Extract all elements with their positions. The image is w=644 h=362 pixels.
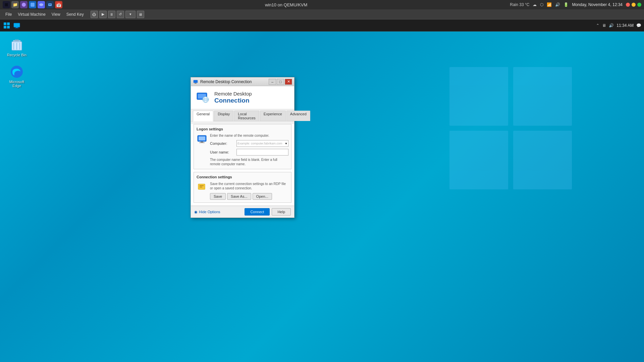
tab-experience[interactable]: Experience [260,111,286,121]
menu-view[interactable]: View [49,11,63,17]
desktop: ⊞ 📁 📅 win10 on QEMU/KVM [0,0,644,362]
qemu-toolbar: File Virtual Machine View Send Key ⏻ ▶ ⏸… [0,9,644,19]
svg-rect-32 [199,142,205,143]
qemu-power-icon[interactable]: ⏻ [91,11,98,18]
svg-rect-15 [15,40,19,41]
dialog-content: Logon settings Enter the name of the rem… [191,124,294,206]
qemu-dropdown-btn[interactable]: ▾ [125,11,136,18]
qemu-play-btn[interactable]: ▶ [99,11,107,18]
traffic-lights[interactable] [626,3,641,7]
edge-label: Microsoft Edge [5,80,29,88]
hide-options-btn[interactable]: ◉ Hide Options [194,210,220,214]
computer-placeholder: Example: computer.fabrikam.com [237,142,282,145]
help-button[interactable]: Help [272,208,291,216]
connection-settings-title: Connection settings [197,175,288,179]
menu-virtual-machine[interactable]: Virtual Machine [15,11,48,17]
connection-buttons: Save Save As... Open... [210,193,288,200]
start-button[interactable] [3,21,11,29]
svg-rect-20 [194,80,198,83]
save-as-button[interactable]: Save As... [227,193,251,200]
computer-select[interactable]: Example: computer.fabrikam.com ▼ [236,140,288,147]
app2-icon[interactable] [29,1,36,8]
traffic-light-red[interactable] [626,3,630,7]
dialog-header-line2: Connection [214,97,252,105]
svg-rect-5 [49,5,51,5]
computer-label: Computer: [210,141,235,145]
svg-rect-34 [200,185,204,186]
computer-field-row: Computer: Example: computer.fabrikam.com… [210,140,288,147]
app4-icon[interactable] [46,1,54,8]
app3-icon[interactable] [38,1,45,8]
taskbar-volume-icon: 🔊 [609,23,614,28]
menu-file[interactable]: File [3,11,14,17]
taskbar-network-icon: 🖥 [602,23,606,28]
app-icons: ⊞ 📁 📅 [3,1,62,8]
tab-display[interactable]: Display [214,111,233,121]
desktop-icon-recycle-bin[interactable]: Recycle Bin [3,37,30,58]
svg-point-28 [203,99,209,101]
wifi-icon: 📶 [547,2,552,7]
svg-point-2 [39,3,43,6]
dialog-header-line1: Remote Desktop [214,91,252,97]
tab-local-resources[interactable]: Local Resources [234,111,259,121]
dialog-header-text: Remote Desktop Connection [214,91,252,105]
top-bar: ⊞ 📁 📅 win10 on QEMU/KVM [0,0,644,9]
taskbar-icon-rdp[interactable] [13,21,21,29]
menu-send-key[interactable]: Send Key [64,11,87,17]
status-icon-1: ☁ [533,2,537,7]
vm-taskbar-time: 11:34 AM [616,23,634,28]
conn-settings-inner: Save the current connection settings to … [197,182,288,200]
svg-rect-22 [194,83,197,84]
vm-title-label: win10 on QEMU/KVM [265,2,307,7]
volume-icon: 🔊 [555,2,560,7]
taskbar-chevron[interactable]: ⌃ [596,23,599,28]
qemu-reset-btn[interactable]: ↺ [117,11,124,18]
dialog-title-text: Remote Desktop Connection [200,79,269,84]
logon-settings-title: Logon settings [197,127,288,131]
battery-icon: 🔋 [564,2,569,7]
warning-text: The computer name field is blank. Enter … [210,158,288,166]
taskbar-notification-icon[interactable]: 💬 [636,23,641,28]
dialog-footer: ◉ Hide Options Connect Help [191,206,294,218]
logon-desc: Enter the name of the remote computer. [210,134,288,137]
tab-advanced[interactable]: Advanced [286,111,310,121]
dialog-controls: – □ ✕ [269,79,292,85]
svg-rect-7 [7,22,10,25]
connection-settings-section: Connection settings Save the current con… [194,172,291,203]
svg-rect-4 [49,4,51,4]
svg-rect-9 [7,26,10,28]
activities-icon[interactable]: ⊞ [3,1,10,8]
username-input[interactable] [236,149,288,156]
qemu-pause-btn[interactable]: ⏸ [108,11,115,18]
save-button[interactable]: Save [210,193,226,200]
qemu-monitor-btn[interactable]: 🖥 [137,11,144,18]
dialog-close-btn[interactable]: ✕ [285,79,292,85]
traffic-light-yellow[interactable] [632,3,636,7]
footer-buttons: Connect Help [245,208,291,216]
traffic-light-green[interactable] [637,3,641,7]
connect-button[interactable]: Connect [245,208,270,216]
bluetooth-icon: ⬡ [540,2,543,7]
clock-label: Monday, November 4, 12:34 [572,2,623,7]
logon-fields: Enter the name of the remote computer. C… [210,134,288,166]
svg-rect-1 [31,3,35,7]
app1-icon[interactable] [20,1,28,8]
svg-rect-6 [4,22,6,25]
desktop-icon-edge[interactable]: Microsoft Edge [3,64,30,89]
files-icon[interactable]: 📁 [11,1,19,8]
tab-general[interactable]: General [193,111,213,121]
dialog-minimize-btn[interactable]: – [269,79,276,85]
app5-icon[interactable]: 📅 [55,1,62,8]
dialog-titlebar: Remote Desktop Connection – □ ✕ [191,77,294,86]
top-bar-center-label: win10 on QEMU/KVM [265,2,307,7]
top-bar-right: Rain 33 °C ☁ ⬡ 📶 🔊 🔋 Monday, November 4,… [510,2,641,7]
vm-taskbar-right: ⌃ 🖥 🔊 11:34 AM 💬 [596,23,641,28]
open-button[interactable]: Open... [253,193,272,200]
logon-icon [197,134,207,144]
svg-rect-10 [14,23,20,27]
dialog-maximize-btn[interactable]: □ [277,79,284,85]
svg-rect-30 [199,136,205,140]
top-bar-left: ⊞ 📁 📅 [3,1,62,8]
dialog-header: Remote Desktop Connection [191,86,294,109]
logon-settings-section: Logon settings Enter the name of the rem… [194,124,291,169]
